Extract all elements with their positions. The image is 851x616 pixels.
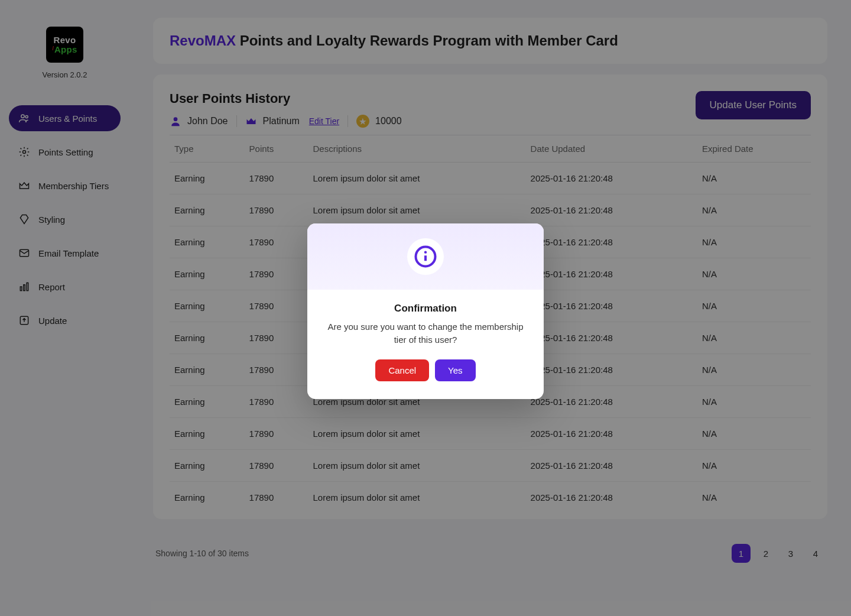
app-root: Revo / Apps Version 2.0.2 Users & Points… <box>0 0 851 616</box>
modal-text: Are you sure you want to change the memb… <box>323 320 528 346</box>
svg-point-11 <box>424 251 427 253</box>
modal-body: Confirmation Are you sure you want to ch… <box>307 290 544 399</box>
confirmation-modal: Confirmation Are you sure you want to ch… <box>307 223 544 399</box>
modal-overlay[interactable]: Confirmation Are you sure you want to ch… <box>0 0 851 616</box>
yes-button[interactable]: Yes <box>435 359 475 381</box>
modal-title: Confirmation <box>323 303 528 315</box>
cancel-button[interactable]: Cancel <box>375 359 429 381</box>
info-icon <box>407 238 444 275</box>
modal-header <box>307 223 544 290</box>
modal-actions: Cancel Yes <box>323 359 528 381</box>
